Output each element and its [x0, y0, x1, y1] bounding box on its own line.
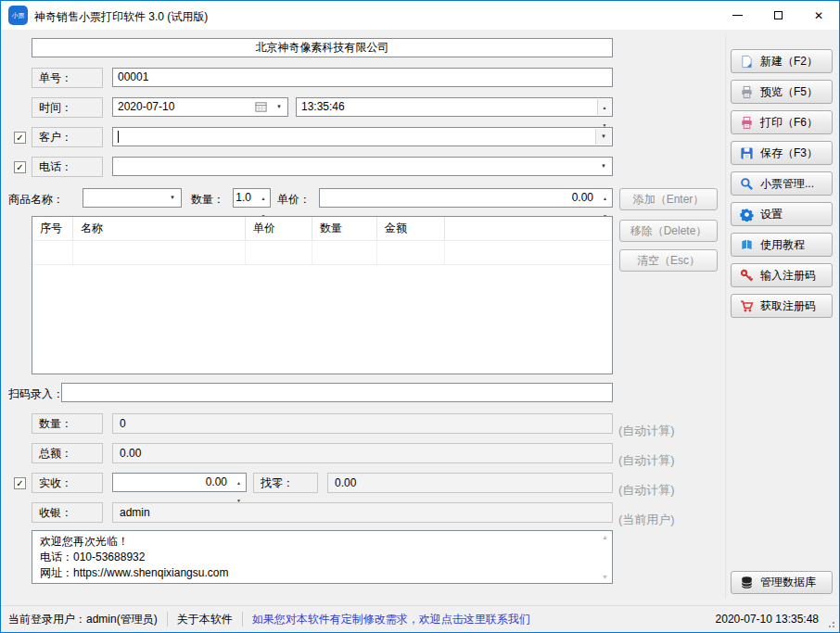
print-button[interactable]: 打印（F6） — [731, 110, 833, 134]
cashier-note: (当前用户) — [618, 512, 675, 528]
checkmark-icon: ✓ — [16, 133, 23, 143]
customer-checkbox[interactable]: ✓ — [14, 132, 26, 144]
total-amount-label: 总额： — [32, 443, 103, 463]
received-spin-buttons[interactable]: ▲ ▼ — [233, 475, 245, 490]
cashier-field: admin — [112, 502, 613, 523]
get-license-label: 获取注册码 — [760, 298, 816, 314]
spin-up-icon: ▲ — [258, 190, 269, 208]
scroll-down-icon[interactable]: ▼ — [602, 574, 608, 580]
table-gridline — [32, 240, 612, 241]
minimize-icon — [732, 15, 743, 16]
search-icon — [740, 177, 754, 191]
column-header-index[interactable]: 序号 — [32, 217, 73, 240]
qty-spin-buttons[interactable]: ▲ ▼ — [258, 190, 269, 206]
spin-up-icon: ▲ — [233, 475, 245, 492]
titlebar: 小票 神奇销售小票打印软件 3.0 (试用版) ✕ — [1, 1, 839, 30]
remove-item-button[interactable]: 移除（Delete） — [619, 220, 718, 242]
enter-license-label: 输入注册码 — [760, 268, 816, 284]
phone-dropdown-icon: ▼ — [601, 158, 606, 175]
get-license-button[interactable]: 获取注册码 — [731, 294, 833, 318]
close-icon: ✕ — [814, 9, 823, 22]
phone-combobox[interactable]: ▼ — [112, 157, 613, 176]
time-spin-buttons[interactable]: ▲ ▼ — [597, 99, 611, 115]
statusbar-datetime: 2020-07-10 13:35:48 — [716, 606, 819, 633]
new-button[interactable]: 新建（F2） — [731, 49, 833, 73]
add-item-button[interactable]: 添加（Enter） — [619, 188, 718, 210]
panel-divider — [725, 34, 726, 599]
order-number-input[interactable]: 00001 — [112, 68, 613, 87]
total-qty-label: 数量： — [32, 413, 103, 434]
window-controls: ✕ — [717, 1, 839, 30]
welcome-line: 电话：010-53688932 — [40, 550, 605, 565]
time-spinner[interactable]: 13:35:46 ▲ ▼ — [296, 97, 613, 117]
key-icon — [740, 269, 754, 283]
receipt-manager-label: 小票管理... — [760, 176, 814, 192]
new-button-label: 新建（F2） — [760, 54, 818, 70]
customer-label: 客户： — [32, 127, 103, 147]
table-gridline — [72, 240, 73, 264]
minimize-button[interactable] — [717, 1, 757, 30]
total-qty-note: (自动计算) — [618, 423, 675, 439]
customer-dropdown-icon[interactable]: ▼ — [595, 129, 611, 145]
save-icon — [740, 146, 754, 160]
phone-checkbox[interactable]: ✓ — [14, 161, 26, 173]
qty-value: 1.0 — [235, 191, 251, 204]
column-header-name[interactable]: 名称 — [73, 217, 246, 240]
table-gridline — [444, 240, 445, 264]
maximize-button[interactable] — [757, 1, 798, 30]
total-amount-note: (自动计算) — [618, 452, 675, 469]
print-button-label: 打印（F6） — [760, 115, 818, 131]
receipt-footer-textarea[interactable]: 欢迎您再次光临！ 电话：010-53688932 网址：https://www.… — [32, 530, 613, 584]
price-spinner[interactable]: 0.00 ▲ ▼ — [319, 188, 613, 208]
app-icon: 小票 — [8, 6, 28, 25]
preview-button[interactable]: 预览（F5） — [731, 80, 833, 104]
change-field: 0.00 — [327, 473, 613, 493]
column-header-amount[interactable]: 金额 — [377, 217, 445, 240]
resize-grip-icon[interactable] — [833, 626, 834, 627]
company-name-input[interactable]: 北京神奇像素科技有限公司 — [32, 38, 613, 57]
statusbar: 当前登录用户：admin(管理员) 关于本软件 如果您对本软件有定制修改需求，欢… — [1, 605, 839, 632]
scan-entry-input[interactable] — [61, 383, 613, 402]
column-header-qty[interactable]: 数量 — [312, 217, 377, 240]
received-label: 实收： — [32, 473, 103, 493]
print-preview-icon — [740, 85, 754, 99]
product-combobox[interactable]: ▼ — [83, 188, 182, 208]
clear-items-button[interactable]: 清空（Esc） — [619, 249, 718, 272]
settings-button[interactable]: 设置 — [731, 202, 833, 226]
welcome-line: 欢迎您再次光临！ — [40, 534, 605, 550]
maximize-icon — [774, 11, 783, 19]
settings-button-label: 设置 — [760, 207, 783, 222]
date-picker[interactable]: 2020-07-10 ▼ — [112, 97, 288, 117]
manage-database-button[interactable]: 管理数据库 — [731, 571, 833, 594]
price-spin-buttons[interactable]: ▲ ▼ — [599, 190, 611, 206]
date-value: 2020-07-10 — [118, 100, 174, 113]
tutorial-button[interactable]: 使用教程 — [731, 233, 833, 257]
total-amount-field: 0.00 — [112, 443, 613, 463]
total-qty-field: 0 — [112, 413, 613, 434]
items-table[interactable]: 序号 名称 单价 数量 金额 — [32, 216, 613, 374]
save-button[interactable]: 保存（F3） — [731, 141, 833, 165]
printer-icon — [740, 116, 754, 130]
close-button[interactable]: ✕ — [798, 1, 839, 30]
table-gridline — [32, 264, 612, 265]
spin-up-icon: ▲ — [598, 99, 611, 117]
logged-in-user: 当前登录用户：admin(管理员) — [8, 612, 158, 627]
receipt-manager-button[interactable]: 小票管理... — [731, 171, 833, 196]
scroll-up-icon[interactable]: ▲ — [602, 534, 608, 540]
customer-combobox[interactable]: ▼ — [112, 127, 613, 146]
cashier-label: 收银： — [32, 502, 103, 523]
enter-license-button[interactable]: 输入注册码 — [731, 263, 833, 287]
product-name-label: 商品名称： — [8, 192, 64, 207]
column-header-price[interactable]: 单价 — [246, 217, 312, 240]
text-caret — [118, 131, 119, 143]
preview-button-label: 预览（F5） — [760, 84, 818, 100]
qty-spinner[interactable]: 1.0 ▲ ▼ — [233, 188, 271, 208]
table-gridline — [312, 240, 312, 264]
contact-link[interactable]: 如果您对本软件有定制修改需求，欢迎点击这里联系我们 — [252, 612, 530, 627]
checkmark-icon: ✓ — [16, 162, 23, 172]
price-label: 单价： — [277, 192, 311, 207]
received-spinner[interactable]: 0.00 ▲ ▼ — [112, 473, 247, 492]
app-window: 小票 神奇销售小票打印软件 3.0 (试用版) ✕ 北京神奇像素科技有限公司 单… — [0, 0, 840, 633]
about-link[interactable]: 关于本软件 — [177, 612, 233, 627]
received-checkbox[interactable]: ✓ — [14, 477, 26, 489]
